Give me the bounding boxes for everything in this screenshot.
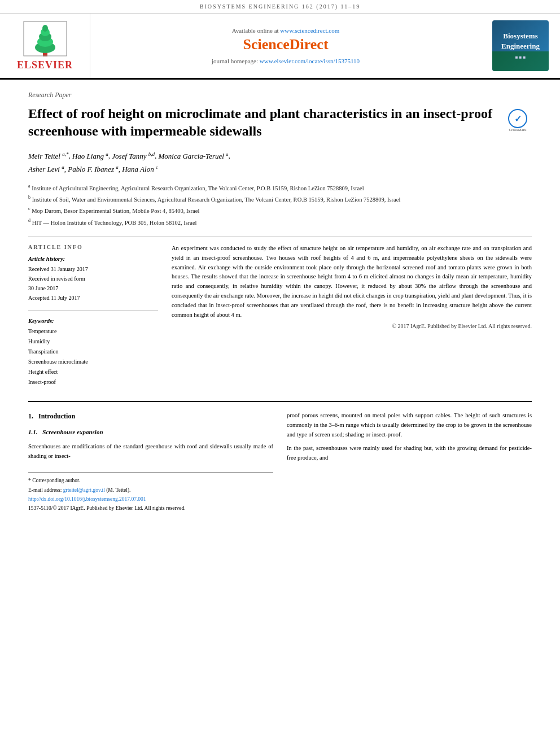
body-left-para1: Screenhouses are modifications of the st… bbox=[28, 442, 273, 461]
subsection-number: 1.1. bbox=[28, 429, 38, 435]
right-column: An experiment was conducted to study the… bbox=[172, 244, 532, 387]
subsection-1-1-heading: 1.1. Screenhouse expansion bbox=[28, 427, 273, 438]
sciencedirect-brand: ScienceDirect bbox=[243, 36, 328, 53]
direct-text: Direct bbox=[290, 36, 329, 53]
section-1-title: Introduction bbox=[38, 412, 75, 420]
affiliation-c: c Mop Darom, Besor Experimental Station,… bbox=[28, 206, 532, 216]
body-right-col: proof porous screens, mounted on metal p… bbox=[287, 411, 532, 513]
elsevier-logo: ELSEVIER bbox=[0, 14, 90, 78]
affiliation-a: a Institute of Agricultural Engineering,… bbox=[28, 183, 532, 193]
article-type-label: Research Paper bbox=[28, 91, 532, 99]
divider-1 bbox=[28, 237, 532, 237]
author-josef-tanny: Josef Tanny b,d bbox=[112, 152, 155, 160]
authors-list: Meir Teitel a,*, Hao Liang a, Josef Tann… bbox=[28, 149, 532, 176]
science-text: Science bbox=[243, 36, 289, 53]
article-info-section: ARTICLE INFO Article history: Received 3… bbox=[28, 244, 532, 387]
keyword-temperature: Temperature bbox=[28, 326, 158, 337]
corresponding-note: * Corresponding author. bbox=[28, 476, 273, 485]
elsevier-tree-icon bbox=[23, 20, 68, 57]
keyword-transpiration: Transpiration bbox=[28, 347, 158, 357]
copyright-line: © 2017 IАgrE. Published by Elsevier Ltd.… bbox=[172, 323, 532, 329]
article-info-title: ARTICLE INFO bbox=[28, 244, 158, 250]
main-content: Research Paper Effect of roof height on … bbox=[0, 80, 560, 524]
email-link[interactable]: grteitel@agri.gov.il bbox=[63, 487, 105, 493]
affiliation-b: b Institute of Soil, Water and Environme… bbox=[28, 194, 532, 204]
svg-point-5 bbox=[42, 25, 48, 32]
elsevier-brand-text: ELSEVIER bbox=[17, 59, 73, 71]
svg-text:✓: ✓ bbox=[514, 114, 522, 124]
divider-keywords bbox=[28, 311, 158, 311]
keyword-screenhouse: Screenhouse microclimate bbox=[28, 357, 158, 367]
keywords-title: Keywords: bbox=[28, 318, 158, 324]
biosystems-badge: Biosystems Engineering ■ ■ ■ bbox=[492, 20, 549, 71]
footnote-section: * Corresponding author. E-mail address: … bbox=[28, 472, 273, 513]
journal-bar: BIOSYSTEMS ENGINEERING 162 (2017) 11–19 bbox=[0, 0, 560, 14]
keyword-height: Height effect bbox=[28, 367, 158, 377]
accepted-date: Accepted 11 July 2017 bbox=[28, 293, 158, 303]
article-history: Article history: Received 31 January 201… bbox=[28, 256, 158, 303]
header-section: ELSEVIER Available online at www.science… bbox=[0, 14, 560, 80]
email-note: E-mail address: grteitel@agri.gov.il (M.… bbox=[28, 486, 273, 495]
body-left-col: 1. Introduction 1.1. Screenhouse expansi… bbox=[28, 411, 273, 513]
journal-citation: BIOSYSTEMS ENGINEERING 162 (2017) 11–19 bbox=[200, 3, 360, 10]
journal-homepage-line: journal homepage: www.elsevier.com/locat… bbox=[212, 58, 360, 64]
received-revised-date: 30 June 2017 bbox=[28, 283, 158, 293]
author-meir-teitel: Meir Teitel a,* bbox=[28, 152, 68, 160]
body-section-divider bbox=[28, 401, 532, 402]
subsection-title: Screenhouse expansion bbox=[42, 429, 103, 435]
author-hana-alon: Hana Alon c bbox=[122, 165, 158, 173]
affiliation-d: d HIT — Holon Institute of Technology, P… bbox=[28, 217, 532, 228]
received-date: Received 31 January 2017 bbox=[28, 264, 158, 274]
biosystems-logo: Biosystems Engineering ■ ■ ■ bbox=[481, 14, 560, 78]
svg-text:CrossMark: CrossMark bbox=[509, 128, 527, 132]
available-online-text: Available online at www.sciencedirect.co… bbox=[232, 27, 340, 34]
paper-title: Effect of roof height on microclimate an… bbox=[28, 105, 504, 140]
title-section: Effect of roof height on microclimate an… bbox=[28, 105, 532, 140]
sciencedirect-url[interactable]: www.sciencedirect.com bbox=[280, 27, 339, 34]
section-1-heading: 1. Introduction bbox=[28, 411, 273, 422]
body-right-para2: In the past, screenhouses were mainly us… bbox=[287, 444, 532, 463]
journal-homepage-url[interactable]: www.elsevier.com/locate/issn/15375110 bbox=[260, 58, 360, 64]
left-column: ARTICLE INFO Article history: Received 3… bbox=[28, 244, 158, 387]
section-1-number: 1. bbox=[28, 412, 33, 420]
history-title: Article history: bbox=[28, 256, 158, 262]
body-section: 1. Introduction 1.1. Screenhouse expansi… bbox=[28, 411, 532, 513]
author-monica-garcia: Monica Garcia-Teruel a bbox=[158, 152, 228, 160]
received-revised-label: Received in revised form bbox=[28, 274, 158, 283]
doi-link[interactable]: http://dx.doi.org/10.1016/j.biosystemsen… bbox=[28, 496, 146, 502]
keyword-humidity: Humidity bbox=[28, 337, 158, 347]
author-hao-liang: Hao Liang a bbox=[72, 152, 108, 160]
body-right-para1: proof porous screens, mounted on metal p… bbox=[287, 411, 532, 439]
biosystems-badge-line2: Engineering bbox=[501, 41, 540, 51]
affiliations: a Institute of Agricultural Engineering,… bbox=[28, 183, 532, 228]
author-pablo-ibanez: Pablo F. Ibanez a bbox=[68, 165, 118, 173]
doi-link-line: http://dx.doi.org/10.1016/j.biosystemsen… bbox=[28, 495, 273, 504]
keyword-insect: Insect-proof bbox=[28, 377, 158, 387]
keywords-section: Keywords: Temperature Humidity Transpira… bbox=[28, 318, 158, 387]
center-header: Available online at www.sciencedirect.co… bbox=[90, 14, 481, 78]
issn-line: 1537-5110/© 2017 IАgrE. Published by Els… bbox=[28, 504, 273, 513]
biosystems-badge-line1: Biosystems bbox=[501, 31, 540, 41]
author-asher-levi: Asher Levi a bbox=[28, 165, 64, 173]
crossmark-icon: ✓ CrossMark bbox=[504, 107, 532, 136]
abstract-text: An experiment was conducted to study the… bbox=[172, 244, 532, 320]
